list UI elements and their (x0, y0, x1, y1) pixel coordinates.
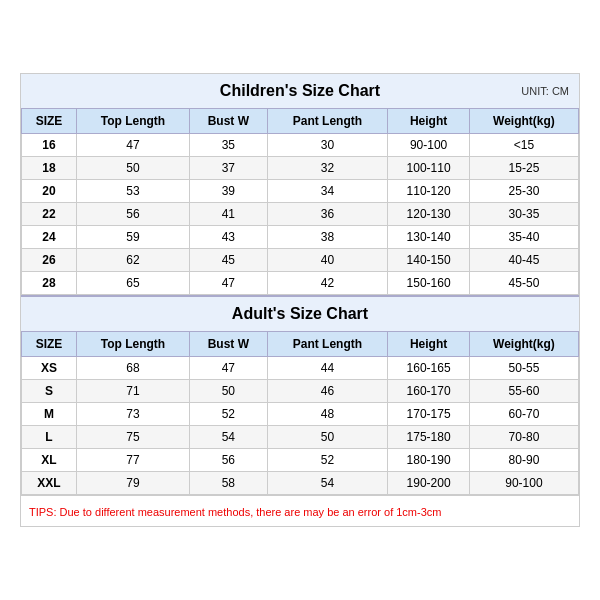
table-cell: 40 (267, 249, 388, 272)
adult-col-weight: Weight(kg) (469, 332, 578, 357)
table-cell: XL (22, 449, 77, 472)
children-col-height: Height (388, 109, 470, 134)
table-row: XS684744160-16550-55 (22, 357, 579, 380)
table-cell: 47 (76, 134, 189, 157)
table-cell: 30-35 (469, 203, 578, 226)
table-row: 28654742150-16045-50 (22, 272, 579, 295)
adult-col-bust-w: Bust W (190, 332, 268, 357)
table-cell: S (22, 380, 77, 403)
table-cell: 24 (22, 226, 77, 249)
table-cell: 47 (190, 357, 268, 380)
table-cell: 39 (190, 180, 268, 203)
table-cell: 30 (267, 134, 388, 157)
adult-col-height: Height (388, 332, 470, 357)
table-row: 22564136120-13030-35 (22, 203, 579, 226)
children-col-bust-w: Bust W (190, 109, 268, 134)
table-cell: 175-180 (388, 426, 470, 449)
table-cell: 40-45 (469, 249, 578, 272)
table-cell: 71 (76, 380, 189, 403)
table-cell: 45 (190, 249, 268, 272)
table-cell: 190-200 (388, 472, 470, 495)
children-table: SIZE Top Length Bust W Pant Length Heigh… (21, 108, 579, 295)
table-cell: 70-80 (469, 426, 578, 449)
table-row: L755450175-18070-80 (22, 426, 579, 449)
table-cell: 54 (267, 472, 388, 495)
unit-label: UNIT: CM (521, 85, 569, 97)
children-col-top-length: Top Length (76, 109, 189, 134)
table-cell: 150-160 (388, 272, 470, 295)
table-cell: 50-55 (469, 357, 578, 380)
table-cell: 44 (267, 357, 388, 380)
table-row: XXL795854190-20090-100 (22, 472, 579, 495)
tips-row: TIPS: Due to different measurement metho… (21, 495, 579, 526)
table-cell: 41 (190, 203, 268, 226)
children-chart-title: Children's Size Chart (220, 82, 380, 100)
children-col-pant-length: Pant Length (267, 109, 388, 134)
adult-chart-title: Adult's Size Chart (232, 305, 368, 323)
size-chart-container: Children's Size Chart UNIT: CM SIZE Top … (20, 73, 580, 527)
table-cell: 90-100 (388, 134, 470, 157)
table-cell: 59 (76, 226, 189, 249)
table-cell: 56 (190, 449, 268, 472)
table-cell: 55-60 (469, 380, 578, 403)
table-cell: 60-70 (469, 403, 578, 426)
children-col-weight: Weight(kg) (469, 109, 578, 134)
table-cell: 50 (190, 380, 268, 403)
adult-table: SIZE Top Length Bust W Pant Length Heigh… (21, 331, 579, 495)
table-cell: 130-140 (388, 226, 470, 249)
table-cell: 73 (76, 403, 189, 426)
children-col-size: SIZE (22, 109, 77, 134)
table-cell: 47 (190, 272, 268, 295)
table-cell: 43 (190, 226, 268, 249)
table-cell: 25-30 (469, 180, 578, 203)
table-cell: 110-120 (388, 180, 470, 203)
table-cell: 52 (190, 403, 268, 426)
table-cell: 50 (76, 157, 189, 180)
table-cell: 37 (190, 157, 268, 180)
table-cell: 18 (22, 157, 77, 180)
table-cell: 16 (22, 134, 77, 157)
table-cell: 38 (267, 226, 388, 249)
table-cell: 20 (22, 180, 77, 203)
table-cell: XXL (22, 472, 77, 495)
table-cell: 65 (76, 272, 189, 295)
table-cell: <15 (469, 134, 578, 157)
table-row: M735248170-17560-70 (22, 403, 579, 426)
table-row: 18503732100-11015-25 (22, 157, 579, 180)
table-cell: 54 (190, 426, 268, 449)
table-cell: 77 (76, 449, 189, 472)
table-cell: 68 (76, 357, 189, 380)
table-row: 26624540140-15040-45 (22, 249, 579, 272)
table-cell: 100-110 (388, 157, 470, 180)
table-cell: 160-170 (388, 380, 470, 403)
table-cell: 80-90 (469, 449, 578, 472)
adult-header-row: SIZE Top Length Bust W Pant Length Heigh… (22, 332, 579, 357)
table-cell: 22 (22, 203, 77, 226)
table-cell: 170-175 (388, 403, 470, 426)
table-cell: M (22, 403, 77, 426)
table-row: S715046160-17055-60 (22, 380, 579, 403)
table-row: 20533934110-12025-30 (22, 180, 579, 203)
table-cell: L (22, 426, 77, 449)
children-title-row: Children's Size Chart UNIT: CM (21, 74, 579, 108)
table-cell: 75 (76, 426, 189, 449)
table-cell: 35-40 (469, 226, 578, 249)
table-cell: 28 (22, 272, 77, 295)
table-cell: 180-190 (388, 449, 470, 472)
children-header-row: SIZE Top Length Bust W Pant Length Heigh… (22, 109, 579, 134)
table-cell: 36 (267, 203, 388, 226)
table-cell: 34 (267, 180, 388, 203)
table-cell: 42 (267, 272, 388, 295)
table-cell: 45-50 (469, 272, 578, 295)
table-row: 24594338130-14035-40 (22, 226, 579, 249)
table-cell: 15-25 (469, 157, 578, 180)
tips-text: TIPS: Due to different measurement metho… (29, 506, 441, 518)
table-cell: 56 (76, 203, 189, 226)
adult-col-top-length: Top Length (76, 332, 189, 357)
table-cell: 120-130 (388, 203, 470, 226)
table-row: 1647353090-100<15 (22, 134, 579, 157)
table-cell: 50 (267, 426, 388, 449)
table-cell: 79 (76, 472, 189, 495)
table-cell: 32 (267, 157, 388, 180)
adult-title-row: Adult's Size Chart (21, 295, 579, 331)
